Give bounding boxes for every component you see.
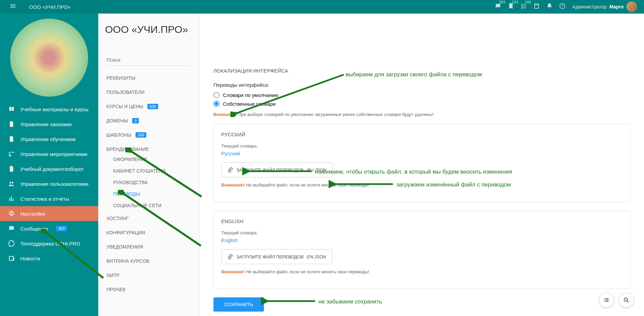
subnav-item-10[interactable]: SMTP	[98, 268, 200, 282]
panel-warning: Внимание! Не выбирайте файл, если не хот…	[221, 182, 623, 187]
header-calendar-icon[interactable]	[533, 3, 540, 11]
sidebar-item-9[interactable]: Техподдержка UCHI.PRO	[0, 236, 98, 251]
subnav-item-1[interactable]: ПОЛЬЗОВАТЕЛИ	[98, 85, 200, 99]
current-dict-label: Текущий словарь:	[221, 230, 623, 235]
subnav-label: БРЕНДИРОВАНИЕ	[106, 146, 149, 152]
user-role: Администратор	[573, 4, 607, 9]
subnav-badge: 3	[132, 118, 139, 123]
subnav-item-6[interactable]: ХОСТИНГ	[98, 211, 200, 225]
header-title: ООО «УЧИ.ПРО»	[29, 4, 70, 10]
svg-text:?: ?	[561, 4, 563, 8]
subnav-search-input[interactable]	[106, 54, 191, 66]
app-header: ООО «УЧИ.ПРО» 303 233 186 ? Администрато…	[0, 0, 644, 14]
upload-button-1[interactable]: ЗАГРУЗИТЕ ФАЙЛ ПЕРЕВОДОВ EN.JSON	[221, 249, 332, 264]
calendar-icon	[533, 3, 540, 9]
sidebar-item-label: Управление обучением	[20, 136, 76, 142]
attachment-icon	[228, 167, 233, 173]
sidebar-item-8[interactable]: Сообщения303	[0, 221, 98, 236]
radio-circle-checked-icon	[213, 101, 220, 107]
user-name: Марго	[609, 4, 624, 9]
sidebar-item-label: Учебные материалы и курсы	[20, 106, 88, 112]
current-dict-link[interactable]: English	[221, 237, 238, 243]
subnav-label: КУРСЫ И ЦЕНЫ	[106, 104, 143, 109]
subnav-label: РЕКВИЗИТЫ	[106, 75, 136, 81]
sidebar-item-5[interactable]: Управление пользователями	[0, 176, 98, 191]
list-badge: 186	[525, 0, 531, 4]
subnav-item-11[interactable]: ПРОЧЕЕ	[98, 282, 200, 297]
lang-panel-0: РУССКИЙ Текущий словарь: Русский ЗАГРУЗИ…	[213, 124, 630, 202]
subnav-item-5[interactable]: БРЕНДИРОВАНИЕ	[98, 142, 200, 154]
file-icon	[8, 136, 15, 142]
upload-button-0[interactable]: ЗАГРУЗИТЕ ФАЙЛ ПЕРЕВОДОВ RU.JSON	[221, 162, 333, 177]
doc-icon	[8, 165, 15, 172]
header-chat-icon[interactable]: 303	[495, 3, 501, 11]
gear-icon	[8, 210, 15, 217]
file-icon	[8, 121, 15, 127]
sidebar-badge: 303	[56, 226, 67, 231]
subnav-item-8[interactable]: УВЕДОМЛЕНИЯ	[98, 240, 200, 254]
radio-default-dictionaries[interactable]: Словари по умолчанию	[213, 92, 630, 98]
settings-subnav: ООО «УЧИ.ПРО» РЕКВИЗИТЫПОЛЬЗОВАТЕЛИКУРСЫ…	[98, 14, 200, 316]
sidebar-item-6[interactable]: Статистика и отчёты	[0, 191, 98, 206]
header-list-icon[interactable]: 186	[520, 3, 527, 11]
sidebar-item-0[interactable]: Учебные материалы и курсы	[0, 102, 98, 117]
fab-list[interactable]	[599, 293, 614, 308]
fab-group	[599, 293, 634, 308]
lang-title: РУССКИЙ	[221, 132, 623, 137]
save-button[interactable]: СОХРАНИТЬ	[213, 297, 264, 312]
header-bell-icon[interactable]	[546, 3, 553, 11]
current-dict-link[interactable]: Русский	[221, 151, 240, 156]
subnav-label: ДОМЕНЫ	[106, 118, 128, 123]
subnav-subitem-5-0[interactable]: ОФОРМЛЕНИЕ	[98, 154, 200, 165]
avatar	[626, 1, 637, 12]
sidebar-item-label: Управление пользователями	[20, 181, 88, 187]
subnav-label: КОНФИГУРАЦИЯ	[106, 230, 145, 235]
subnav-label: ПОЛЬЗОВАТЕЛИ	[106, 90, 144, 95]
subnav-subitem-5-3[interactable]: ПЕРЕВОДЫ	[98, 188, 200, 200]
sidebar-item-label: Сообщения	[20, 226, 48, 232]
sidebar-item-3[interactable]: Управление мероприятиями	[0, 146, 98, 161]
subnav-item-0[interactable]: РЕКВИЗИТЫ	[98, 71, 200, 85]
menu-toggle[interactable]	[7, 0, 19, 14]
svg-point-9	[624, 298, 627, 301]
fab-search[interactable]	[619, 293, 634, 308]
panel-warning: Внимание! Не выбирайте файл, если не хот…	[221, 269, 623, 274]
radio-custom-label: Собственные словари	[223, 101, 276, 107]
sidebar-item-4[interactable]: Учебный документооборот	[0, 161, 98, 176]
sidebar-item-label: Управление заказами	[20, 121, 72, 127]
doc-badge: 233	[512, 0, 518, 4]
subnav-item-9[interactable]: ВИТРИНА КУРСОВ	[98, 254, 200, 268]
subnav-label: ПРОЧЕЕ	[106, 287, 126, 292]
sidebar-item-2[interactable]: Управление обучением	[0, 132, 98, 146]
support-icon	[8, 240, 15, 247]
upload-label: ЗАГРУЗИТЕ ФАЙЛ ПЕРЕВОДОВ	[236, 254, 304, 259]
search-fab-icon	[623, 297, 630, 303]
main-warning: Внимание! При выборе словарей по умолчан…	[213, 112, 630, 117]
sidebar-item-7[interactable]: Настройки	[0, 206, 98, 221]
sidebar-item-label: Новости	[20, 256, 40, 261]
current-dict-label: Текущий словарь:	[221, 143, 623, 149]
subnav-subitem-5-1[interactable]: КАБИНЕТ СЛУШАТЕЛЯ	[98, 165, 200, 177]
subnav-item-2[interactable]: КУРСЫ И ЦЕНЫ636	[98, 99, 200, 114]
warning-msg: Не выбирайте файл, если не хотите менять…	[246, 269, 369, 274]
user-menu[interactable]: Администратор Марго	[573, 1, 637, 12]
stats-icon	[8, 195, 15, 202]
header-doc-icon[interactable]: 233	[507, 3, 514, 11]
subnav-item-3[interactable]: ДОМЕНЫ3	[98, 114, 200, 128]
sidebar-item-10[interactable]: Новости	[0, 251, 98, 266]
header-help-icon[interactable]: ?	[559, 3, 566, 11]
sidebar-item-label: Управление мероприятиями	[20, 151, 87, 157]
sidebar-item-1[interactable]: Управление заказами	[0, 117, 98, 132]
subnav-subitem-5-2[interactable]: РУКОВОДСТВА	[98, 177, 200, 188]
warning-prefix: Внимание!	[213, 112, 237, 117]
sidebar-item-label: Настройки	[20, 211, 45, 217]
help-icon: ?	[559, 3, 566, 9]
radio-custom-dictionaries[interactable]: Собственные словари	[213, 101, 630, 107]
subnav-item-4[interactable]: ШАБЛОНЫ168	[98, 128, 200, 142]
warning-msg: Не выбирайте файл, если не хотите менять…	[246, 182, 369, 187]
subnav-item-7[interactable]: КОНФИГУРАЦИЯ	[98, 225, 200, 240]
bell-icon	[546, 3, 553, 9]
people-icon	[8, 180, 15, 187]
subnav-subitem-5-4[interactable]: СОЦИАЛЬНЫЕ СЕТИ	[98, 200, 200, 211]
chat-badge: 303	[499, 0, 505, 4]
